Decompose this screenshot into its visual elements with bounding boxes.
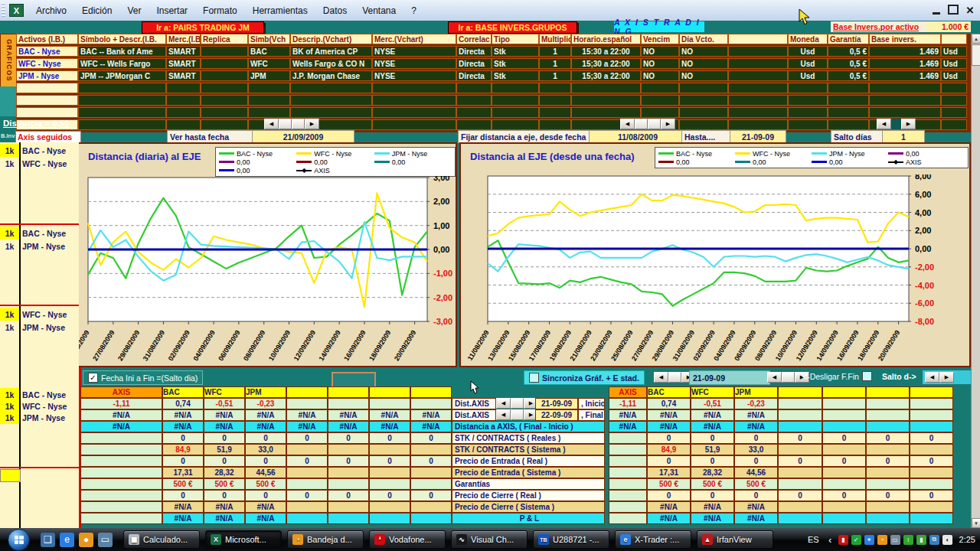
data-cell[interactable]: #N/A — [328, 421, 369, 432]
data-cell[interactable]: #N/A — [691, 501, 734, 513]
scroll-thumb[interactable] — [279, 119, 292, 129]
data-cell[interactable] — [866, 398, 910, 409]
spark-icon[interactable]: ✶ — [864, 535, 874, 545]
data-cell[interactable]: 84,9 — [162, 444, 204, 455]
assets-cell[interactable] — [539, 95, 571, 106]
data-cell[interactable] — [80, 444, 162, 455]
assets-cell[interactable] — [941, 95, 967, 106]
data-cell[interactable] — [328, 501, 369, 513]
hasta-value[interactable]: 21-09-09 — [730, 130, 786, 143]
assets-cell[interactable]: Stk — [492, 58, 539, 69]
assets-cell[interactable] — [679, 83, 728, 93]
data-cell[interactable]: #N/A — [245, 501, 286, 513]
assets-cell[interactable] — [16, 95, 78, 106]
data-cell[interactable]: #N/A — [691, 421, 734, 432]
assets-cell[interactable] — [828, 95, 869, 106]
taskbar-button-visualch[interactable]: ∿Visual Ch... — [451, 530, 528, 549]
assets-cell[interactable]: 15:30 a 22:00 — [571, 46, 641, 57]
data-cell[interactable]: 0 — [910, 432, 953, 444]
data-cell[interactable] — [822, 409, 866, 421]
pair-name-cell[interactable]: BAC - Nyse — [19, 144, 79, 157]
shield-icon[interactable]: ✓ — [851, 535, 861, 545]
assets-cell[interactable]: WFC -- Wells Fargo — [78, 58, 166, 69]
data-cell[interactable]: #N/A — [647, 409, 691, 421]
assets-cell[interactable] — [679, 119, 728, 130]
assets-cell[interactable] — [372, 107, 456, 118]
data-cell[interactable] — [822, 444, 866, 455]
data-cell[interactable] — [328, 398, 369, 409]
pair-size-cell[interactable]: 1k — [0, 240, 19, 253]
pair-name-cell[interactable]: WFC - Nyse — [19, 157, 79, 170]
assets-cell[interactable]: Usd — [941, 46, 967, 57]
assets-cell[interactable]: Stk — [492, 70, 539, 81]
data-cell[interactable] — [410, 467, 452, 478]
data-cell[interactable]: 51,9 — [691, 444, 734, 455]
data-cell[interactable] — [609, 444, 647, 455]
data-cell[interactable] — [80, 490, 162, 501]
empty-table-row[interactable] — [16, 107, 971, 118]
data-cell[interactable]: 0 — [286, 455, 328, 467]
network-icon[interactable]: ⧉ — [929, 535, 939, 545]
assets-cell[interactable]: Wells Fargo & CO N — [290, 58, 372, 69]
data-cell[interactable]: #N/A — [369, 409, 410, 421]
assets-cell[interactable] — [248, 95, 290, 106]
data-cell[interactable]: 0 — [647, 432, 691, 444]
data-cell[interactable] — [609, 513, 647, 524]
data-cell[interactable]: #N/A — [691, 513, 734, 524]
data-cell[interactable]: 33,0 — [245, 444, 286, 455]
data-cell[interactable] — [286, 501, 328, 513]
assets-cell[interactable] — [728, 58, 788, 69]
assets-cell[interactable]: NO — [679, 46, 728, 57]
assets-cell[interactable] — [828, 83, 869, 93]
data-cell[interactable]: 0 — [328, 490, 369, 501]
scroll-down-arrow[interactable]: ▼ — [972, 518, 980, 528]
data-cell[interactable]: 0 — [822, 490, 866, 501]
assets-cell[interactable]: WFC — [248, 58, 290, 69]
data-cell[interactable]: 0 — [866, 432, 910, 444]
start-button[interactable] — [8, 529, 30, 551]
data-cell[interactable] — [410, 501, 452, 513]
data-cell[interactable] — [609, 490, 647, 501]
data-cell[interactable]: #N/A — [162, 501, 204, 513]
assets-cell[interactable]: NO — [641, 58, 679, 69]
data-cell[interactable]: 44,56 — [734, 467, 778, 478]
pair-row[interactable]: 1kWFC - Nyse — [0, 157, 79, 170]
data-cell[interactable] — [910, 513, 953, 524]
display-icon[interactable]: ▭ — [890, 535, 900, 545]
menu-ventana[interactable]: Ventana — [354, 0, 403, 21]
column-header-AXIS[interactable]: AXIS — [80, 386, 162, 398]
scroll-left-arrow[interactable]: ◀ — [264, 119, 279, 129]
assets-cell[interactable]: BAC - Nyse — [16, 46, 78, 57]
sincroniza-checkbox[interactable]: Sincroniza Gráf. + E stad. — [524, 370, 645, 385]
dist-axis-scrollbar[interactable]: ◀▶ — [496, 409, 538, 420]
assets-cell[interactable]: SMART — [166, 70, 201, 81]
assets-cell[interactable]: SMART — [166, 46, 201, 57]
assets-cell[interactable]: 1 — [539, 46, 571, 57]
scroll-thumb[interactable] — [972, 44, 980, 66]
assets-cell[interactable] — [248, 107, 290, 118]
data-cell[interactable]: 0 — [734, 432, 778, 444]
data-cell[interactable]: 500 € — [734, 478, 778, 490]
data-cell[interactable]: 17,31 — [162, 467, 204, 478]
data-cell[interactable] — [80, 432, 162, 444]
data-cell[interactable] — [286, 467, 328, 478]
data-cell[interactable]: 44,56 — [245, 467, 286, 478]
assets-cell[interactable] — [16, 83, 78, 93]
pair-row[interactable]: 1kWFC - Nyse — [0, 308, 79, 321]
data-cell[interactable] — [369, 501, 410, 513]
data-cell[interactable]: #N/A — [204, 501, 245, 513]
language-indicator[interactable]: ES — [808, 535, 819, 544]
chevron-icon[interactable]: ‹ — [825, 535, 835, 545]
data-cell[interactable]: 0 — [162, 490, 204, 501]
assets-cell[interactable] — [290, 107, 372, 118]
scrollbar-salto[interactable]: ◀▶ — [877, 119, 916, 129]
data-cell[interactable]: 0 — [691, 490, 734, 501]
data-cell[interactable] — [80, 501, 162, 513]
data-cell[interactable]: 0 — [647, 455, 691, 467]
scroll-left-arrow[interactable]: ◀ — [925, 372, 939, 383]
assets-cell[interactable] — [166, 95, 201, 106]
menu-formato[interactable]: Formato — [195, 0, 245, 21]
data-cell[interactable] — [80, 455, 162, 467]
data-cell[interactable]: 0,74 — [647, 398, 691, 409]
data-cell[interactable]: 0 — [245, 432, 286, 444]
